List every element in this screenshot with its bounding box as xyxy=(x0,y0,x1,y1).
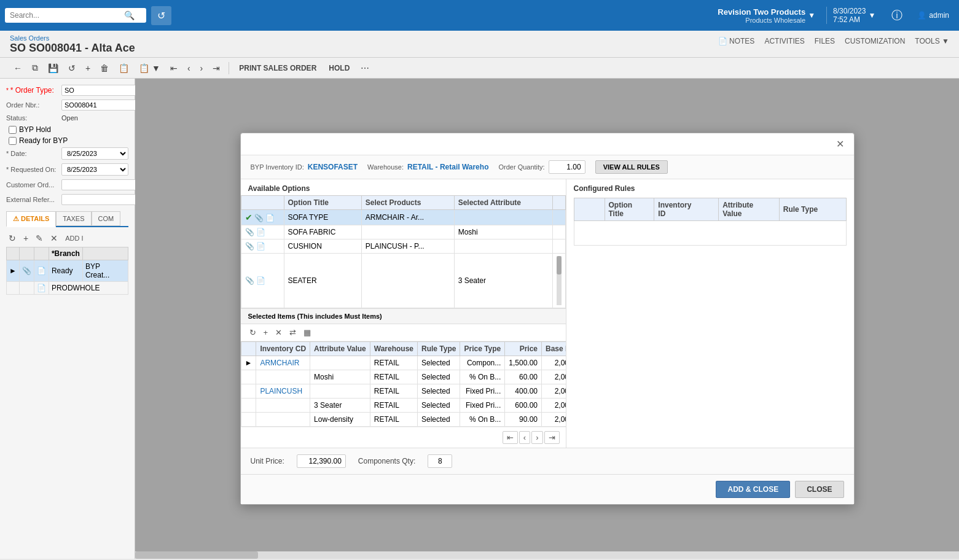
delete-button[interactable]: 🗑 xyxy=(96,61,112,76)
armchair-link[interactable]: ARMCHAIR xyxy=(260,359,299,367)
items-col-price-type: Price Type xyxy=(460,342,505,356)
edit-sub-btn[interactable]: ✎ xyxy=(33,232,45,244)
byp-inv-id-field: BYP Inventory ID: KENSOFASET xyxy=(251,163,358,171)
close-button[interactable]: CLOSE xyxy=(795,481,844,498)
right-content: ✕ BYP Inventory ID: KENSOFASET Warehouse… xyxy=(135,79,959,559)
opt1-title: SOFA TYPE xyxy=(284,210,361,225)
next-button[interactable]: › xyxy=(197,61,207,76)
files-link[interactable]: FILES xyxy=(815,37,835,45)
notes-link[interactable]: 📄 NOTES xyxy=(718,37,755,45)
item-row-2[interactable]: Moshi RETAIL Selected % On B... 60.00 2,… xyxy=(241,370,566,384)
opt1-attribute xyxy=(454,210,552,225)
print-sales-order-button[interactable]: PRINT SALES ORDER xyxy=(234,61,321,75)
opt3-scroll xyxy=(552,239,565,254)
attach-icon-3: 📎 xyxy=(245,242,254,251)
cust-ord-label: Customer Ord... xyxy=(6,181,61,189)
prev-page-btn[interactable]: ‹ xyxy=(519,431,530,444)
option-row-1[interactable]: ✔ 📎 📄 SOFA TYPE ARMCHAIR - Ar... xyxy=(241,210,565,225)
left-panel: * * Order Type: 🔍 Order Nbr.: 🔍 Status: … xyxy=(0,79,135,559)
tab-taxes[interactable]: TAXES xyxy=(56,211,91,226)
datetime-selector[interactable]: 8/30/2023 7:52 AM ▼ xyxy=(826,7,882,24)
save-button[interactable]: 💾 xyxy=(44,61,62,76)
add-button[interactable]: + xyxy=(82,61,94,76)
search-input[interactable] xyxy=(10,11,120,20)
horizontal-scrollbar[interactable] xyxy=(135,551,959,559)
req-on-input[interactable]: 8/25/2023 xyxy=(61,163,128,176)
first-page-btn[interactable]: ⇤ xyxy=(503,431,518,444)
components-qty-input[interactable] xyxy=(428,454,452,468)
rule-col-type: Rule Type xyxy=(779,198,846,221)
cust-ord-row: Customer Ord... xyxy=(6,179,128,190)
status-row: Status: Open xyxy=(6,114,128,122)
user-menu[interactable]: 👤 admin xyxy=(912,11,954,20)
opt4-product xyxy=(361,254,454,308)
order-type-label: * * Order Type: xyxy=(6,86,61,95)
opt4-attribute: 3 Seater xyxy=(454,254,552,308)
user-icon: 👤 xyxy=(917,11,926,20)
option-row-4[interactable]: 📎 📄 SEATER 3 Seater xyxy=(241,254,565,308)
items-refresh-btn[interactable]: ↻ xyxy=(247,327,259,338)
help-button[interactable]: ⓘ xyxy=(887,8,907,23)
customization-link[interactable]: CUSTOMIZATION xyxy=(845,37,905,45)
company-sub: Products Wholesale xyxy=(718,17,805,24)
back-button[interactable]: ← xyxy=(10,61,26,76)
paste-button[interactable]: 📋 xyxy=(115,61,133,76)
prev-button[interactable]: ‹ xyxy=(184,61,194,76)
row2-expand xyxy=(7,282,20,295)
first-button[interactable]: ⇤ xyxy=(166,61,181,76)
order-qty-input[interactable] xyxy=(549,160,585,174)
table-row[interactable]: ► 📎 📄 Ready BYP Creat... xyxy=(7,260,128,282)
last-page-btn[interactable]: ⇥ xyxy=(544,431,560,444)
ready-for-byp-checkbox[interactable] xyxy=(9,137,17,145)
delete-sub-btn[interactable]: ✕ xyxy=(48,232,60,244)
refresh-button[interactable]: ↺ xyxy=(151,6,171,25)
unit-price-input[interactable] xyxy=(297,454,346,468)
item2-base-price: 2,000.00 xyxy=(542,370,566,384)
add-sub-btn[interactable]: + xyxy=(21,232,31,244)
add-close-button[interactable]: ADD & CLOSE xyxy=(716,481,790,498)
req-on-label: * Requested On: xyxy=(6,166,61,173)
item-row-4[interactable]: 3 Seater RETAIL Selected Fixed Pri... 60… xyxy=(241,399,566,413)
item-row-3[interactable]: PLAINCUSH RETAIL Selected Fixed Pri... 4… xyxy=(241,384,566,399)
item4-attr: 3 Seater xyxy=(310,399,370,413)
modal-close-button[interactable]: ✕ xyxy=(832,137,848,151)
items-fit-btn[interactable]: ⇄ xyxy=(287,327,299,338)
last-button[interactable]: ⇥ xyxy=(209,61,224,76)
item3-inv-cd: PLAINCUSH xyxy=(256,384,310,399)
item-row-5[interactable]: Low-density RETAIL Selected % On B... 90… xyxy=(241,413,566,427)
byp-inv-id-value: KENSOFASET xyxy=(308,163,358,171)
tab-com[interactable]: COM xyxy=(92,211,121,226)
option-row-2[interactable]: 📎 📄 SOFA FABRIC Moshi xyxy=(241,225,565,239)
hold-button[interactable]: HOLD xyxy=(324,61,354,75)
items-clear-btn[interactable]: ▦ xyxy=(301,327,313,338)
tools-link[interactable]: TOOLS ▼ xyxy=(915,37,949,45)
ready-for-byp-row: Ready for BYP xyxy=(9,136,128,145)
req-on-row: * Requested On: 8/25/2023 xyxy=(6,163,128,176)
paste-special-button[interactable]: 📋 ▼ xyxy=(135,61,164,76)
undo-button[interactable]: ↺ xyxy=(65,61,79,76)
date-row: * Date: 8/25/2023 xyxy=(6,147,128,160)
copy-button[interactable]: ⧉ xyxy=(28,60,42,76)
breadcrumb[interactable]: Sales Orders xyxy=(10,34,135,42)
refresh-sub-btn[interactable]: ↻ xyxy=(6,232,18,244)
item3-warehouse: RETAIL xyxy=(370,384,417,399)
next-page-btn[interactable]: › xyxy=(531,431,542,444)
date-input[interactable]: 8/25/2023 xyxy=(61,147,128,160)
plaincush-link[interactable]: PLAINCUSH xyxy=(260,387,302,395)
item-row-1[interactable]: ► ARMCHAIR RETAIL Selected Compon... 1,5… xyxy=(241,356,566,370)
option-row-3[interactable]: 📎 📄 CUSHION PLAINCUSH - P... xyxy=(241,239,565,254)
byp-hold-row: BYP Hold xyxy=(9,125,128,134)
item2-inv-cd xyxy=(256,370,310,384)
tab-details[interactable]: ⚠ DETAILS xyxy=(6,211,56,227)
items-add-btn[interactable]: + xyxy=(261,327,271,338)
topbar: 🔍 ↺ Revision Two Products Products Whole… xyxy=(0,0,959,31)
item2-warehouse: RETAIL xyxy=(370,370,417,384)
activities-link[interactable]: ACTIVITIES xyxy=(764,37,804,45)
more-button[interactable]: ⋯ xyxy=(357,61,373,76)
item5-attr: Low-density xyxy=(310,413,370,427)
byp-hold-checkbox[interactable] xyxy=(9,126,17,134)
items-delete-btn[interactable]: ✕ xyxy=(273,327,284,338)
table-row-2[interactable]: 📄 PRODWHOLE xyxy=(7,282,128,295)
company-selector[interactable]: Revision Two Products Products Wholesale… xyxy=(711,7,821,24)
view-all-rules-button[interactable]: VIEW ALL RULES xyxy=(595,160,668,174)
